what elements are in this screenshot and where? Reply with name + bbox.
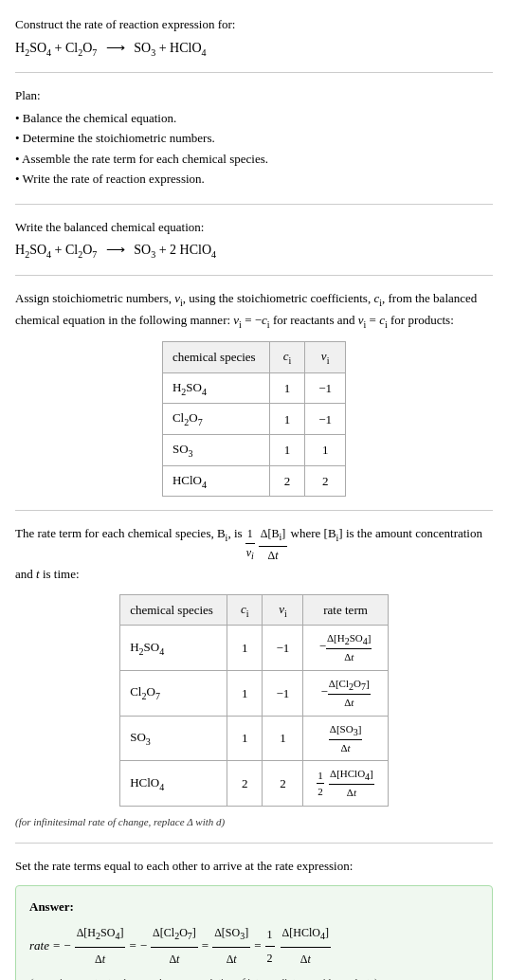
rt-row-hclo4: HClO4 2 2 1 2 Δ[HClO4] Δt [120,761,389,807]
stoich-col-c: ci [269,342,305,373]
plan-label: Plan: [15,86,493,105]
rt-species-hclo4: HClO4 [120,761,227,807]
answer-label: Answer: [29,898,479,916]
neg-sign-2: − [140,934,147,958]
stoich-species-cl2o7: Cl2O7 [162,404,269,435]
rt-c-cl2o7: 1 [227,670,263,716]
rate-term-footnote: (for infinitesimal rate of change, repla… [15,814,493,830]
equals-2: = [129,934,136,958]
balanced-section: Write the balanced chemical equation: H2… [15,218,493,276]
stoich-species-so3: SO3 [162,435,269,466]
stoich-species-hclo4: HClO4 [162,465,269,497]
stoich-row-cl2o7: Cl2O7 1 −1 [162,404,345,435]
rt-rate-so3: Δ[SO3] Δt [303,716,388,761]
stoich-v-cl2o7: −1 [305,404,346,435]
plan-step-4: Write the rate of reaction expression. [15,170,493,189]
rt-col-c: ci [227,594,263,626]
plan-step-2: Determine the stoichiometric numbers. [15,129,493,148]
rt-col-v: νi [263,594,303,626]
rt-row-so3: SO3 1 1 Δ[SO3] Δt [120,716,389,761]
stoich-row-so3: SO3 1 1 [162,435,345,466]
rt-c-h2so4: 1 [227,626,263,671]
rt-col-rate: rate term [303,594,388,626]
assuming-text: (assuming constant volume and no accumul… [29,974,479,980]
balanced-equation: H2SO4 + Cl2O7 ⟶ SO3 + 2 HClO4 [15,240,493,262]
construct-label: Construct the rate of reaction expressio… [15,15,493,34]
equals-4: = [254,934,261,958]
stoich-v-h2so4: −1 [305,372,346,404]
stoich-c-h2so4: 1 [269,372,305,404]
rt-species-h2so4: H2SO4 [120,626,227,671]
answer-section: Set the rate terms equal to each other t… [15,857,493,980]
rate-word: rate [29,934,49,958]
rt-v-so3: 1 [263,716,303,761]
equals-1: = [53,934,60,958]
answer-box: Answer: rate = − Δ[H2SO4] Δt = − Δ[Cl2O7… [15,885,493,980]
plan-list: Balance the chemical equation. Determine… [15,109,493,189]
stoich-c-so3: 1 [269,435,305,466]
rate-expression: rate = − Δ[H2SO4] Δt = − Δ[Cl2O7] Δt = Δ… [29,921,479,970]
equals-3: = [202,934,209,958]
stoich-v-so3: 1 [305,435,346,466]
rt-v-hclo4: 2 [263,761,303,807]
rt-rate-cl2o7: − Δ[Cl2O7] Δt [303,670,388,716]
rt-rate-h2so4: − Δ[H2SO4] Δt [303,626,388,671]
stoich-row-h2so4: H2SO4 1 −1 [162,372,345,404]
set-equal-label: Set the rate terms equal to each other t… [15,857,493,876]
rate-term-table: chemical species ci νi rate term H2SO4 1… [119,594,389,807]
rt-rate-hclo4: 1 2 Δ[HClO4] Δt [303,761,388,807]
rt-v-cl2o7: −1 [263,670,303,716]
stoich-intro: Assign stoichiometric numbers, νi, using… [15,289,493,332]
stoich-table: chemical species ci νi H2SO4 1 −1 Cl2O7 … [162,341,346,497]
rt-row-cl2o7: Cl2O7 1 −1 − Δ[Cl2O7] Δt [120,670,389,716]
unbalanced-reaction: H2SO4 + Cl2O7 ⟶ SO3 + HClO4 [15,38,493,60]
plan-step-3: Assemble the rate term for each chemical… [15,150,493,169]
neg-sign-1: − [64,934,70,958]
stoich-v-hclo4: 2 [305,465,346,497]
stoich-c-cl2o7: 1 [269,404,305,435]
stoich-row-hclo4: HClO4 2 2 [162,465,345,497]
rt-v-h2so4: −1 [263,626,303,671]
stoich-c-hclo4: 2 [269,465,305,497]
header-section: Construct the rate of reaction expressio… [15,15,493,73]
rt-row-h2so4: H2SO4 1 −1 − Δ[H2SO4] Δt [120,626,389,671]
stoich-col-species: chemical species [162,342,269,373]
rt-col-species: chemical species [120,594,227,626]
rt-species-so3: SO3 [120,716,227,761]
rt-species-cl2o7: Cl2O7 [120,670,227,716]
stoich-col-v: νi [305,342,346,373]
rt-c-hclo4: 2 [227,761,263,807]
stoich-species-h2so4: H2SO4 [162,372,269,404]
rt-c-so3: 1 [227,716,263,761]
rate-term-section: The rate term for each chemical species,… [15,524,493,844]
rate-term-intro: The rate term for each chemical species,… [15,524,493,584]
stoich-section: Assign stoichiometric numbers, νi, using… [15,289,493,511]
plan-step-1: Balance the chemical equation. [15,109,493,128]
plan-section: Plan: Balance the chemical equation. Det… [15,86,493,205]
balanced-label: Write the balanced chemical equation: [15,218,493,237]
